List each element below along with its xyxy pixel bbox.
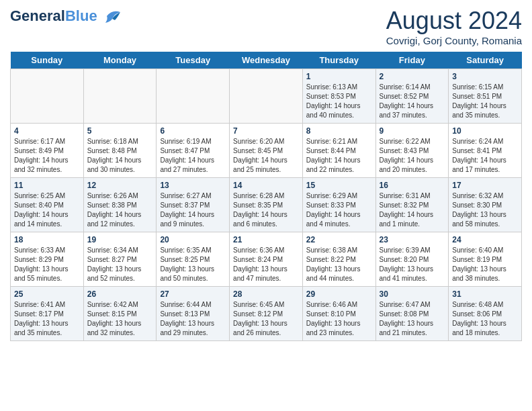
cell-info: Sunrise: 6:42 AM Sunset: 8:15 PM Dayligh…: [87, 300, 153, 338]
cell-info: Sunrise: 6:33 AM Sunset: 8:29 PM Dayligh…: [14, 246, 80, 283]
page-header: GeneralBlue August 2024 Covrigi, Gorj Co…: [10, 7, 522, 46]
day-number: 24: [452, 235, 518, 244]
day-number: 14: [233, 181, 299, 190]
month-year-title: August 2024: [386, 7, 522, 35]
calendar-table: SundayMondayTuesdayWednesdayThursdayFrid…: [10, 52, 522, 341]
day-number: 6: [160, 126, 226, 136]
calendar-cell: 4Sunrise: 6:17 AM Sunset: 8:49 PM Daylig…: [11, 124, 84, 178]
calendar-cell: 3Sunrise: 6:15 AM Sunset: 8:51 PM Daylig…: [449, 69, 522, 124]
calendar-cell: 20Sunrise: 6:35 AM Sunset: 8:25 PM Dayli…: [157, 232, 230, 287]
calendar-cell: 7Sunrise: 6:20 AM Sunset: 8:45 PM Daylig…: [230, 124, 303, 178]
calendar-cell: 11Sunrise: 6:25 AM Sunset: 8:40 PM Dayli…: [11, 178, 84, 232]
logo-blue: Blue: [65, 7, 97, 24]
cell-info: Sunrise: 6:26 AM Sunset: 8:38 PM Dayligh…: [87, 191, 153, 229]
cell-info: Sunrise: 6:46 AM Sunset: 8:10 PM Dayligh…: [306, 300, 372, 338]
calendar-week-row: 18Sunrise: 6:33 AM Sunset: 8:29 PM Dayli…: [11, 232, 522, 287]
cell-info: Sunrise: 6:38 AM Sunset: 8:22 PM Dayligh…: [306, 246, 372, 283]
calendar-cell: 12Sunrise: 6:26 AM Sunset: 8:38 PM Dayli…: [83, 178, 157, 232]
day-number: 17: [452, 181, 518, 190]
calendar-cell: 8Sunrise: 6:21 AM Sunset: 8:44 PM Daylig…: [302, 124, 375, 178]
day-of-week-header: Sunday: [11, 52, 84, 69]
cell-info: Sunrise: 6:47 AM Sunset: 8:08 PM Dayligh…: [380, 300, 445, 338]
calendar-cell: 31Sunrise: 6:48 AM Sunset: 8:06 PM Dayli…: [449, 287, 522, 341]
calendar-cell: 9Sunrise: 6:22 AM Sunset: 8:43 PM Daylig…: [375, 124, 449, 178]
day-number: 19: [87, 235, 153, 244]
cell-info: Sunrise: 6:13 AM Sunset: 8:53 PM Dayligh…: [306, 83, 372, 120]
calendar-cell: [11, 69, 84, 124]
calendar-cell: 26Sunrise: 6:42 AM Sunset: 8:15 PM Dayli…: [83, 287, 157, 341]
cell-info: Sunrise: 6:18 AM Sunset: 8:48 PM Dayligh…: [87, 137, 153, 175]
calendar-cell: 14Sunrise: 6:28 AM Sunset: 8:35 PM Dayli…: [230, 178, 303, 232]
day-number: 21: [233, 235, 299, 244]
cell-info: Sunrise: 6:36 AM Sunset: 8:24 PM Dayligh…: [233, 246, 299, 283]
calendar-week-row: 25Sunrise: 6:41 AM Sunset: 8:17 PM Dayli…: [11, 287, 522, 341]
day-number: 13: [160, 181, 226, 190]
day-number: 15: [306, 181, 372, 190]
calendar-cell: [230, 69, 303, 124]
location-subtitle: Covrigi, Gorj County, Romania: [386, 35, 522, 46]
cell-info: Sunrise: 6:45 AM Sunset: 8:12 PM Dayligh…: [233, 300, 299, 338]
day-number: 9: [380, 126, 445, 136]
calendar-cell: 18Sunrise: 6:33 AM Sunset: 8:29 PM Dayli…: [11, 232, 84, 287]
logo-bird-icon: [100, 7, 124, 26]
calendar-cell: 16Sunrise: 6:31 AM Sunset: 8:32 PM Dayli…: [375, 178, 449, 232]
day-number: 8: [306, 126, 372, 136]
calendar-cell: 10Sunrise: 6:24 AM Sunset: 8:41 PM Dayli…: [449, 124, 522, 178]
cell-info: Sunrise: 6:35 AM Sunset: 8:25 PM Dayligh…: [160, 246, 226, 283]
day-number: 10: [452, 126, 518, 136]
calendar-cell: 13Sunrise: 6:27 AM Sunset: 8:37 PM Dayli…: [157, 178, 230, 232]
cell-info: Sunrise: 6:40 AM Sunset: 8:19 PM Dayligh…: [452, 246, 518, 283]
cell-info: Sunrise: 6:24 AM Sunset: 8:41 PM Dayligh…: [452, 137, 518, 175]
cell-info: Sunrise: 6:27 AM Sunset: 8:37 PM Dayligh…: [160, 191, 226, 229]
calendar-cell: 29Sunrise: 6:46 AM Sunset: 8:10 PM Dayli…: [302, 287, 375, 341]
title-section: August 2024 Covrigi, Gorj County, Romani…: [386, 7, 522, 46]
logo: GeneralBlue: [10, 7, 124, 26]
calendar-header-row: SundayMondayTuesdayWednesdayThursdayFrid…: [11, 52, 522, 69]
cell-info: Sunrise: 6:17 AM Sunset: 8:49 PM Dayligh…: [14, 137, 80, 175]
calendar-week-row: 11Sunrise: 6:25 AM Sunset: 8:40 PM Dayli…: [11, 178, 522, 232]
day-of-week-header: Monday: [83, 52, 157, 69]
calendar-cell: 6Sunrise: 6:19 AM Sunset: 8:47 PM Daylig…: [157, 124, 230, 178]
cell-info: Sunrise: 6:31 AM Sunset: 8:32 PM Dayligh…: [380, 191, 445, 229]
day-number: 31: [452, 289, 518, 299]
cell-info: Sunrise: 6:20 AM Sunset: 8:45 PM Dayligh…: [233, 137, 299, 175]
calendar-cell: 24Sunrise: 6:40 AM Sunset: 8:19 PM Dayli…: [449, 232, 522, 287]
calendar-cell: 15Sunrise: 6:29 AM Sunset: 8:33 PM Dayli…: [302, 178, 375, 232]
calendar-cell: [157, 69, 230, 124]
cell-info: Sunrise: 6:19 AM Sunset: 8:47 PM Dayligh…: [160, 137, 226, 175]
cell-info: Sunrise: 6:28 AM Sunset: 8:35 PM Dayligh…: [233, 191, 299, 229]
day-number: 12: [87, 181, 153, 190]
calendar-week-row: 4Sunrise: 6:17 AM Sunset: 8:49 PM Daylig…: [11, 124, 522, 178]
day-of-week-header: Tuesday: [157, 52, 230, 69]
cell-info: Sunrise: 6:32 AM Sunset: 8:30 PM Dayligh…: [452, 191, 518, 229]
day-of-week-header: Wednesday: [230, 52, 303, 69]
calendar-cell: 22Sunrise: 6:38 AM Sunset: 8:22 PM Dayli…: [302, 232, 375, 287]
cell-info: Sunrise: 6:44 AM Sunset: 8:13 PM Dayligh…: [160, 300, 226, 338]
calendar-cell: 2Sunrise: 6:14 AM Sunset: 8:52 PM Daylig…: [375, 69, 449, 124]
cell-info: Sunrise: 6:48 AM Sunset: 8:06 PM Dayligh…: [452, 300, 518, 338]
day-of-week-header: Saturday: [449, 52, 522, 69]
cell-info: Sunrise: 6:34 AM Sunset: 8:27 PM Dayligh…: [87, 246, 153, 283]
cell-info: Sunrise: 6:25 AM Sunset: 8:40 PM Dayligh…: [14, 191, 80, 229]
day-number: 5: [87, 126, 153, 136]
calendar-cell: 27Sunrise: 6:44 AM Sunset: 8:13 PM Dayli…: [157, 287, 230, 341]
day-number: 1: [306, 72, 372, 81]
cell-info: Sunrise: 6:22 AM Sunset: 8:43 PM Dayligh…: [380, 137, 445, 175]
day-number: 29: [306, 289, 372, 299]
calendar-cell: 30Sunrise: 6:47 AM Sunset: 8:08 PM Dayli…: [375, 287, 449, 341]
cell-info: Sunrise: 6:21 AM Sunset: 8:44 PM Dayligh…: [306, 137, 372, 175]
calendar-cell: 1Sunrise: 6:13 AM Sunset: 8:53 PM Daylig…: [302, 69, 375, 124]
day-number: 22: [306, 235, 372, 244]
cell-info: Sunrise: 6:14 AM Sunset: 8:52 PM Dayligh…: [380, 83, 445, 120]
day-number: 25: [14, 289, 80, 299]
day-number: 30: [380, 289, 445, 299]
calendar-cell: 17Sunrise: 6:32 AM Sunset: 8:30 PM Dayli…: [449, 178, 522, 232]
day-of-week-header: Friday: [375, 52, 449, 69]
calendar-cell: 23Sunrise: 6:39 AM Sunset: 8:20 PM Dayli…: [375, 232, 449, 287]
day-number: 2: [380, 72, 445, 81]
day-number: 18: [14, 235, 80, 244]
calendar-cell: 21Sunrise: 6:36 AM Sunset: 8:24 PM Dayli…: [230, 232, 303, 287]
calendar-week-row: 1Sunrise: 6:13 AM Sunset: 8:53 PM Daylig…: [11, 69, 522, 124]
day-number: 4: [14, 126, 80, 136]
day-number: 16: [380, 181, 445, 190]
